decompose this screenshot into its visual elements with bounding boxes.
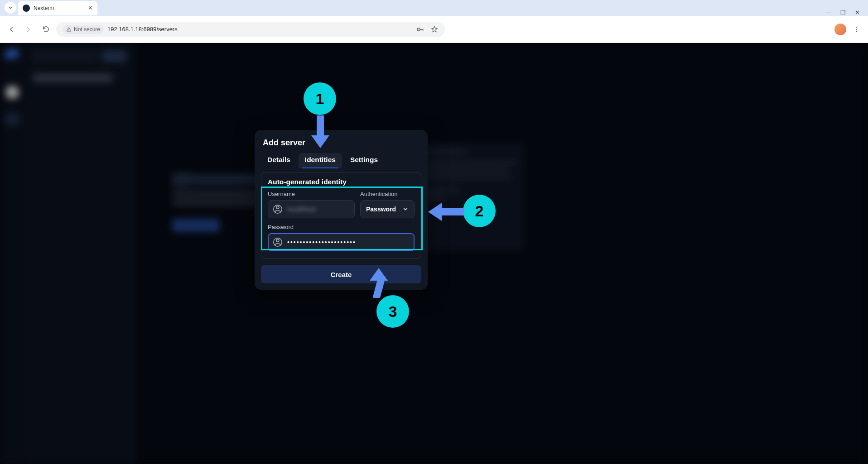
- tab-favicon: [23, 5, 30, 12]
- chevron-down-icon: [8, 5, 13, 10]
- user-icon: [273, 204, 283, 214]
- svg-point-6: [276, 206, 279, 209]
- user-icon: [273, 237, 283, 247]
- svg-point-1: [69, 30, 69, 31]
- nav-back-button[interactable]: [5, 23, 18, 36]
- svg-point-2: [417, 28, 420, 31]
- chevron-down-icon: [402, 206, 409, 212]
- kebab-menu-icon: [853, 26, 860, 33]
- browser-tab[interactable]: Nexterm ✕: [18, 1, 97, 15]
- password-label: Password: [268, 224, 415, 230]
- not-secure-label: Not secure: [74, 26, 100, 33]
- identity-section-title: Auto-generated identity: [268, 178, 415, 186]
- browser-toolbar: Not secure 192.168.1.18:6989/servers: [0, 16, 868, 43]
- svg-point-5: [856, 31, 857, 32]
- tab-details[interactable]: Details: [261, 153, 297, 168]
- authentication-label: Authentication: [360, 191, 415, 197]
- username-input[interactable]: [287, 206, 350, 213]
- modal-overlay[interactable]: [0, 43, 868, 464]
- address-bar[interactable]: Not secure 192.168.1.18:6989/servers: [56, 22, 445, 37]
- username-label: Username: [268, 191, 355, 197]
- window-maximize-button[interactable]: ❐: [840, 9, 846, 16]
- tab-close-button[interactable]: ✕: [88, 5, 93, 11]
- svg-point-3: [856, 27, 857, 28]
- tab-search-button[interactable]: [5, 2, 16, 14]
- warning-icon: [66, 27, 72, 32]
- arrow-right-icon: [24, 25, 33, 33]
- password-input-wrap[interactable]: [268, 233, 415, 251]
- profile-avatar-button[interactable]: [834, 24, 846, 35]
- app-viewport: Add server Details Identities Settings A…: [0, 43, 868, 464]
- window-minimize-button[interactable]: —: [825, 9, 831, 16]
- tab-settings[interactable]: Settings: [344, 153, 384, 168]
- authentication-selected-value: Password: [366, 206, 396, 213]
- window-close-button[interactable]: ✕: [855, 9, 860, 16]
- reload-icon: [42, 25, 50, 33]
- create-button[interactable]: Create: [261, 265, 421, 283]
- arrow-left-icon: [7, 25, 15, 33]
- identity-section: Auto-generated identity Username Authent…: [261, 172, 421, 259]
- nav-reload-button[interactable]: [39, 23, 53, 36]
- browser-tab-strip: Nexterm ✕ — ❐ ✕: [0, 0, 868, 16]
- add-server-modal: Add server Details Identities Settings A…: [255, 130, 428, 290]
- username-input-wrap[interactable]: [268, 200, 355, 218]
- svg-point-8: [276, 239, 279, 242]
- password-key-icon[interactable]: [416, 25, 424, 33]
- nav-forward-button[interactable]: [22, 23, 35, 36]
- tab-identities[interactable]: Identities: [299, 153, 342, 168]
- modal-tabs: Details Identities Settings: [261, 153, 421, 172]
- bookmark-star-icon[interactable]: [430, 25, 439, 33]
- svg-point-4: [856, 29, 857, 29]
- window-controls: — ❐ ✕: [825, 5, 868, 16]
- modal-title: Add server: [261, 137, 421, 153]
- tab-title: Nexterm: [34, 5, 84, 11]
- password-input[interactable]: [287, 239, 410, 246]
- browser-menu-button[interactable]: [850, 26, 863, 33]
- not-secure-badge[interactable]: Not secure: [63, 25, 104, 34]
- authentication-select[interactable]: Password: [360, 200, 415, 218]
- address-url: 192.168.1.18:6989/servers: [107, 26, 178, 33]
